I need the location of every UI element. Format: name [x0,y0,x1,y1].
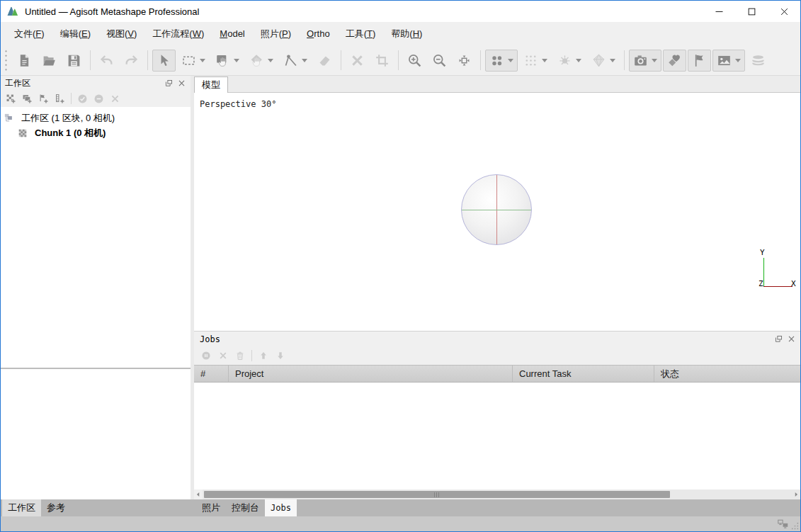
maximize-button[interactable] [735,1,768,22]
add-chunk-icon [6,94,16,104]
tree-item-workspace[interactable]: 工作区 (1 区块, 0 相机) [1,111,191,125]
move-up-icon [259,351,268,361]
add-marker-button[interactable] [35,91,52,106]
close-panel-button[interactable] [785,334,797,345]
jobs-column-header-3[interactable]: 状态 [654,366,800,382]
save-button[interactable] [62,50,86,72]
cancel-x-icon [218,351,228,361]
axis-y-label: Y [760,248,765,257]
jobs-column-header-1[interactable]: Project [229,366,513,382]
menu-item-v[interactable]: 视图(V) [98,22,144,45]
ruler-angle-button[interactable] [279,50,312,72]
show-images-icon [717,53,732,68]
close-button[interactable] [768,1,800,22]
resize-grip-icon[interactable] [790,521,800,531]
close-panel-button[interactable] [175,77,188,89]
toolbar-separator [147,50,148,70]
dropdown-arrow-icon[interactable] [302,59,307,62]
show-markers-icon [692,53,707,68]
toolbar-separator [341,50,341,70]
redo-icon [124,53,139,68]
tie-points-button[interactable] [485,50,518,72]
open-folder-icon [42,53,57,68]
menu-item-h[interactable]: 帮助(H) [383,22,430,45]
horizontal-scrollbar[interactable] [194,489,800,499]
fit-view-button[interactable] [453,50,476,72]
menu-item-o[interactable]: Ortho [299,22,338,45]
tab-model[interactable]: 模型 [194,77,228,93]
disable-minus-icon [93,94,104,104]
new-document-icon [17,53,32,68]
right-tab-0[interactable]: 照片 [196,499,226,516]
scrollbar-thumb[interactable] [204,491,670,498]
jobs-table-body [194,383,800,489]
show-cameras-button[interactable] [629,50,661,72]
show-markers-button[interactable] [688,50,711,72]
new-document-button[interactable] [13,50,36,72]
document-tab-bar: 模型 [194,76,800,93]
add-scalebar-button[interactable] [52,91,68,106]
float-panel-button[interactable] [772,334,785,345]
menu-item-w[interactable]: 工作流程(W) [144,22,212,45]
float-panel-icon [774,334,783,344]
win-max-icon [746,6,757,17]
toolbar-grip[interactable] [4,49,9,72]
menu-item-p[interactable]: 照片(P) [253,22,299,45]
menu-item-t[interactable]: 工具(T) [338,22,384,45]
move-up-button [256,349,271,363]
axis-y-line [763,258,764,286]
point-cloud-glow-button [553,50,586,72]
scroll-left-icon[interactable] [194,489,203,499]
dropdown-arrow-icon[interactable] [576,59,581,62]
float-panel-icon [164,79,174,88]
disable-minus-button [91,91,107,106]
axis-z-label: Z [759,279,763,288]
dropdown-arrow-icon[interactable] [735,59,741,62]
undo-icon [99,53,114,68]
open-folder-button[interactable] [38,50,61,72]
workspace-toolbar [1,90,191,107]
float-panel-button[interactable] [162,77,175,89]
menu-item-f[interactable]: 文件(F) [6,22,52,45]
right-tab-2[interactable]: Jobs [265,499,297,516]
dropdown-arrow-icon[interactable] [268,59,273,62]
jobs-panel: Jobs #ProjectCurrent Task状态 [194,331,800,499]
select-arrow-button[interactable] [152,50,176,72]
delete-x-button [346,50,369,72]
zoom-in-button[interactable] [403,50,426,72]
add-photos-button[interactable] [19,91,35,106]
workspace-panel: 工作区 工作区 (1 区块, 0 相机) Chunk 1 (0 相机) [1,76,191,499]
rectangle-selection-button[interactable] [177,50,210,72]
save-icon [67,53,81,68]
menu-item-m[interactable]: Model [212,22,252,45]
dropdown-arrow-icon[interactable] [610,59,615,62]
right-tab-1[interactable]: 控制台 [226,499,265,516]
tree-item-chunk[interactable]: Chunk 1 (0 相机) [1,125,191,140]
left-tab-1[interactable]: 参考 [41,499,71,516]
scroll-right-icon[interactable] [792,489,800,499]
toolbar-separator [90,50,91,70]
zoom-out-button[interactable] [428,50,451,72]
menu-item-e[interactable]: 编辑(E) [52,22,98,45]
jobs-column-header-0[interactable]: # [194,366,229,382]
left-tab-0[interactable]: 工作区 [2,499,41,516]
show-shapes-icon [667,53,682,68]
show-images-button[interactable] [712,50,745,72]
add-marker-icon [38,94,49,104]
navigation-pan-button[interactable] [211,50,244,72]
dropdown-arrow-icon[interactable] [542,59,547,62]
select-arrow-icon [157,53,171,68]
close-panel-icon [177,79,186,88]
net-status-icon [777,518,789,530]
remove-x-button [107,91,123,106]
dropdown-arrow-icon[interactable] [234,59,239,62]
dropdown-arrow-icon[interactable] [652,59,657,62]
minimize-button[interactable] [703,1,735,22]
show-cameras-icon [633,53,648,68]
show-shapes-button[interactable] [663,50,686,72]
add-chunk-button[interactable] [3,91,19,106]
model-viewport[interactable]: Perspective 30° Y Z X [194,93,800,331]
dropdown-arrow-icon[interactable] [200,59,205,62]
jobs-column-header-2[interactable]: Current Task [513,366,654,382]
dropdown-arrow-icon[interactable] [508,59,513,62]
